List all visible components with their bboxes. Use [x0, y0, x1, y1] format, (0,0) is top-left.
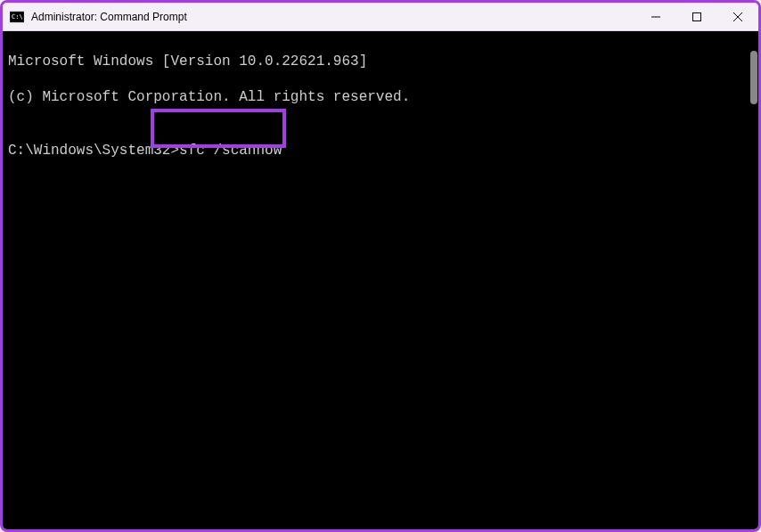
- window-title: Administrator: Command Prompt: [31, 11, 635, 23]
- title-bar[interactable]: C:\ Administrator: Command Prompt: [3, 3, 758, 31]
- minimize-button[interactable]: [635, 3, 676, 30]
- terminal-content: Microsoft Windows [Version 10.0.22621.96…: [3, 31, 758, 163]
- svg-text:C:\: C:\: [12, 13, 23, 20]
- terminal-line-copyright: (c) Microsoft Corporation. All rights re…: [8, 88, 753, 106]
- terminal-line-version: Microsoft Windows [Version 10.0.22621.96…: [8, 53, 753, 70]
- window-frame: C:\ Administrator: Command Prompt: [0, 0, 761, 532]
- terminal-prompt: C:\Windows\System32>: [8, 143, 179, 159]
- scrollbar-thumb[interactable]: [750, 51, 757, 104]
- cmd-icon: C:\: [10, 10, 24, 24]
- terminal-body[interactable]: Microsoft Windows [Version 10.0.22621.96…: [3, 31, 758, 529]
- terminal-command: sfc /scannow: [179, 143, 282, 159]
- close-button[interactable]: [717, 3, 758, 30]
- window-controls: [635, 3, 758, 30]
- maximize-button[interactable]: [676, 3, 717, 30]
- svg-rect-3: [693, 12, 701, 20]
